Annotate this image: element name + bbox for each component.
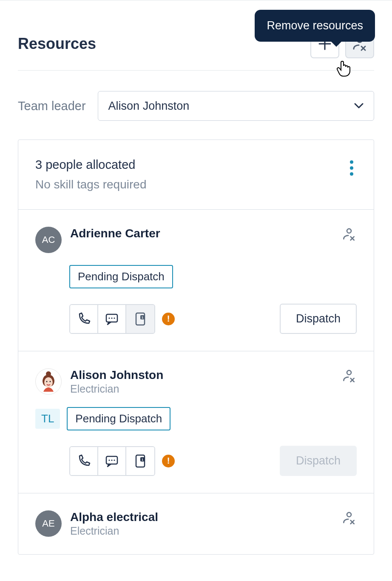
- message-button[interactable]: [98, 305, 126, 333]
- person-name: Alison Johnston: [70, 368, 163, 382]
- device-button[interactable]: 1: [126, 447, 154, 475]
- person-row: Alison Johnston Electrician TL Pending D…: [18, 351, 374, 493]
- allocation-menu-button[interactable]: [347, 158, 357, 178]
- person-remove-icon: [341, 510, 357, 526]
- remove-resources-tooltip: Remove resources: [255, 10, 375, 42]
- allocation-header: 3 people allocated No skill tags require…: [18, 140, 374, 210]
- person-remove-icon: [341, 227, 357, 242]
- person-role: Electrician: [70, 383, 163, 395]
- dispatch-button: Dispatch: [280, 446, 357, 476]
- svg-point-21: [114, 459, 115, 461]
- svg-point-4: [347, 229, 351, 233]
- svg-point-20: [111, 459, 112, 461]
- person-name: Adrienne Carter: [70, 227, 160, 240]
- team-leader-select[interactable]: Alison Johnston: [98, 91, 374, 121]
- svg-point-8: [114, 317, 115, 319]
- avatar-illustration-icon: [37, 370, 60, 393]
- device-icon: 1: [134, 312, 147, 326]
- phone-button[interactable]: [70, 447, 98, 475]
- svg-point-16: [50, 381, 51, 382]
- person-remove-icon: [341, 368, 357, 384]
- allocation-subtitle: No skill tags required: [35, 178, 146, 191]
- person-role: Electrician: [70, 525, 158, 537]
- status-badge: Pending Dispatch: [69, 265, 173, 288]
- svg-point-17: [347, 370, 351, 375]
- team-leader-row: Team leader Alison Johnston: [18, 91, 374, 121]
- team-leader-label: Team leader: [18, 99, 86, 113]
- avatar: AC: [35, 227, 62, 253]
- dispatch-button[interactable]: Dispatch: [280, 304, 357, 334]
- contact-button-group: 1: [69, 304, 155, 334]
- team-leader-badge: TL: [35, 409, 60, 429]
- remove-person-button[interactable]: [341, 227, 357, 242]
- svg-text:1: 1: [142, 316, 144, 319]
- warning-badge: !: [162, 455, 175, 467]
- person-row: AE Alpha electrical Electrician: [18, 493, 374, 554]
- person-row: AC Adrienne Carter Pending Dispatch: [18, 210, 374, 351]
- tooltip-text: Remove resources: [267, 19, 363, 32]
- kebab-icon: [350, 160, 353, 176]
- device-icon: 1: [134, 454, 147, 468]
- svg-point-1: [350, 160, 353, 164]
- team-leader-selected: Alison Johnston: [108, 100, 190, 113]
- chat-icon: [105, 312, 119, 326]
- phone-button[interactable]: [70, 305, 98, 333]
- message-button[interactable]: [98, 447, 126, 475]
- phone-icon: [77, 312, 91, 326]
- contact-button-group: 1: [69, 446, 155, 476]
- svg-point-19: [108, 459, 110, 461]
- chat-icon: [105, 454, 119, 468]
- svg-text:1: 1: [142, 458, 144, 461]
- phone-icon: [77, 454, 91, 468]
- remove-person-button[interactable]: [341, 510, 357, 526]
- svg-point-2: [350, 166, 353, 170]
- allocation-box: 3 people allocated No skill tags require…: [18, 140, 374, 555]
- remove-person-button[interactable]: [341, 368, 357, 384]
- person-name: Alpha electrical: [70, 510, 158, 524]
- chevron-down-icon: [354, 103, 364, 109]
- svg-point-14: [44, 377, 53, 387]
- svg-point-25: [347, 513, 351, 517]
- svg-point-15: [46, 381, 48, 382]
- svg-point-7: [111, 317, 112, 319]
- warning-badge: !: [162, 313, 175, 325]
- svg-point-6: [108, 317, 110, 319]
- page-title: Resources: [18, 35, 96, 53]
- avatar: AE: [35, 510, 62, 537]
- svg-point-3: [350, 172, 353, 176]
- device-button[interactable]: 1: [126, 305, 154, 333]
- avatar: [35, 368, 62, 395]
- status-badge: Pending Dispatch: [67, 407, 170, 430]
- allocation-count: 3 people allocated: [35, 158, 146, 172]
